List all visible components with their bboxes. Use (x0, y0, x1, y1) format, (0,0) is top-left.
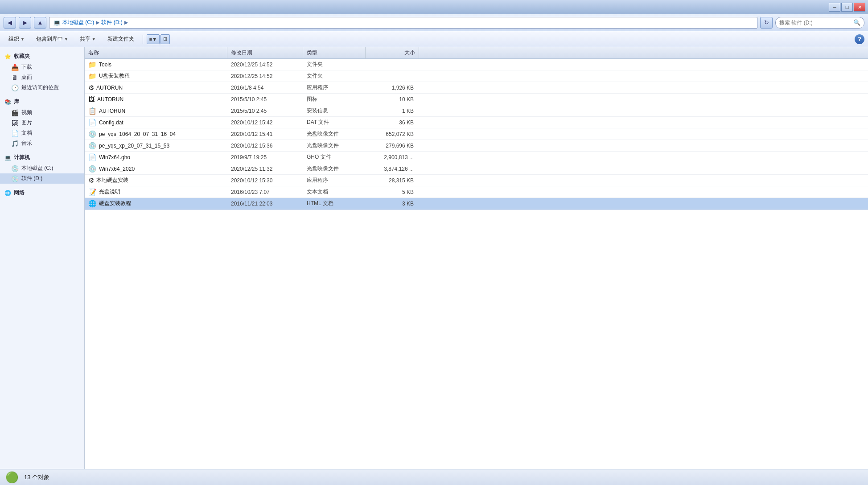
column-header-date[interactable]: 修改日期 (227, 47, 303, 58)
sidebar-item-video[interactable]: 🎬 视频 (0, 107, 84, 118)
preview-pane-button[interactable]: ⊞ (160, 34, 170, 44)
maximize-button[interactable]: □ (841, 3, 853, 12)
file-name-cell: 🖼 AUTORUN (85, 95, 227, 103)
file-icon: 📁 (88, 72, 97, 80)
column-header-size[interactable]: 大小 (366, 47, 419, 58)
sidebar-item-documents[interactable]: 📄 文档 (0, 128, 84, 138)
content-area: 名称 修改日期 类型 大小 📁 Tools 2020/12/25 14:52 文… (85, 47, 868, 469)
table-row[interactable]: 📄 Config.dat 2020/10/12 15:42 DAT 文件 36 … (85, 117, 868, 128)
close-button[interactable]: ✕ (854, 3, 865, 12)
address-path[interactable]: 💻 本地磁盘 (C:) ▶ 软件 (D:) ▶ (49, 17, 757, 29)
address-bar: ◀ ▶ ▲ 💻 本地磁盘 (C:) ▶ 软件 (D:) ▶ ↻ 🔍 (0, 14, 868, 31)
file-icon: 📄 (88, 119, 97, 127)
file-date-cell: 2020/12/25 14:52 (227, 73, 303, 79)
file-name-label: pe_yqs_1064_20_07_31_16_04 (99, 131, 176, 137)
favorites-header[interactable]: ⭐ 收藏夹 (0, 51, 84, 62)
file-size-cell: 3,874,126 ... (366, 166, 419, 172)
toolbar: 组织 ▼ 包含到库中 ▼ 共享 ▼ 新建文件夹 ≡▼ ⊞ ? (0, 31, 868, 47)
computer-header[interactable]: 💻 计算机 (0, 152, 84, 163)
file-name-label: AUTORUN (96, 85, 123, 91)
file-name-label: 光盘说明 (99, 188, 120, 196)
minimize-button[interactable]: ─ (829, 3, 840, 12)
status-text: 13 个对象 (24, 473, 49, 481)
file-type-cell: 文件夹 (303, 72, 366, 80)
download-icon: 📥 (11, 64, 19, 71)
table-row[interactable]: ⚙ AUTORUN 2016/1/8 4:54 应用程序 1,926 KB (85, 82, 868, 94)
path-part-drive: 软件 (D:) (101, 19, 122, 26)
sidebar-item-download[interactable]: 📥 下载 (0, 62, 84, 72)
table-row[interactable]: 💿 pe_yqs_1064_20_07_31_16_04 2020/10/12 … (85, 128, 868, 140)
file-icon: 💿 (88, 165, 97, 173)
file-name-cell: 📝 光盘说明 (85, 188, 227, 196)
window-controls: ─ □ ✕ (829, 3, 865, 12)
file-size-cell: 652,072 KB (366, 131, 419, 137)
new-folder-button[interactable]: 新建文件夹 (103, 33, 139, 45)
file-name-label: AUTORUN (99, 108, 125, 114)
file-name-cell: 📁 U盘安装教程 (85, 72, 227, 80)
file-icon: 📝 (88, 188, 97, 196)
column-header-type[interactable]: 类型 (303, 47, 366, 58)
network-icon: 🌐 (4, 190, 11, 196)
table-row[interactable]: ⚙ 本地硬盘安装 2020/10/12 15:30 应用程序 28,315 KB (85, 175, 868, 186)
organize-button[interactable]: 组织 ▼ (4, 33, 29, 45)
file-date-cell: 2016/11/21 22:03 (227, 201, 303, 207)
file-date-cell: 2020/10/12 15:42 (227, 119, 303, 126)
sidebar: ⭐ 收藏夹 📥 下载 🖥 桌面 🕐 最近访问的位置 📚 库 � (0, 47, 85, 469)
file-type-cell: GHO 文件 (303, 153, 366, 161)
sidebar-item-d-drive[interactable]: 💿 软件 (D:) (0, 173, 84, 184)
include-library-button[interactable]: 包含到库中 ▼ (31, 33, 73, 45)
file-size-cell: 1,926 KB (366, 85, 419, 91)
table-row[interactable]: 📋 AUTORUN 2015/5/10 2:45 安装信息 1 KB (85, 105, 868, 117)
help-button[interactable]: ? (855, 34, 864, 44)
back-button[interactable]: ◀ (4, 17, 16, 29)
d-drive-icon: 💿 (11, 175, 19, 182)
status-bar: 🟢 13 个对象 (0, 469, 868, 485)
table-row[interactable]: 📄 Win7x64.gho 2019/9/7 19:25 GHO 文件 2,90… (85, 152, 868, 163)
path-separator-1: ▶ (96, 20, 99, 25)
c-drive-icon: 💿 (11, 165, 19, 172)
file-icon: 🌐 (88, 200, 97, 208)
up-button[interactable]: ▲ (34, 17, 46, 29)
sidebar-item-c-drive[interactable]: 💿 本地磁盘 (C:) (0, 163, 84, 173)
column-header-name[interactable]: 名称 (85, 47, 227, 58)
sidebar-item-pictures[interactable]: 🖼 图片 (0, 118, 84, 128)
favorites-star-icon: ⭐ (4, 53, 11, 60)
network-header[interactable]: 🌐 网络 (0, 187, 84, 198)
status-icon: 🟢 (5, 471, 19, 484)
file-type-cell: 光盘映像文件 (303, 130, 366, 138)
table-row[interactable]: 📝 光盘说明 2016/10/23 7:07 文本文档 5 KB (85, 186, 868, 198)
sidebar-item-desktop[interactable]: 🖥 桌面 (0, 72, 84, 82)
table-row[interactable]: 🌐 硬盘安装教程 2016/11/21 22:03 HTML 文档 3 KB (85, 198, 868, 210)
file-type-cell: 文件夹 (303, 61, 366, 68)
table-row[interactable]: 💿 Win7x64_2020 2020/12/25 11:32 光盘映像文件 3… (85, 163, 868, 175)
table-row[interactable]: 💿 pe_yqs_xp_20_07_31_15_53 2020/10/12 15… (85, 140, 868, 152)
file-icon: 📋 (88, 107, 97, 115)
search-box[interactable]: 🔍 (775, 17, 864, 29)
file-name-label: Win7x64.gho (99, 154, 130, 160)
file-icon: 📁 (88, 61, 97, 69)
file-icon: 🖼 (88, 95, 95, 103)
file-date-cell: 2020/12/25 11:32 (227, 166, 303, 172)
table-row[interactable]: 🖼 AUTORUN 2015/5/10 2:45 图标 10 KB (85, 94, 868, 105)
documents-icon: 📄 (11, 130, 19, 137)
file-name-cell: 📄 Win7x64.gho (85, 153, 227, 161)
path-separator-2: ▶ (124, 20, 128, 25)
sidebar-item-music[interactable]: 🎵 音乐 (0, 138, 84, 148)
refresh-button[interactable]: ↻ (760, 17, 773, 29)
file-name-cell: 💿 pe_yqs_xp_20_07_31_15_53 (85, 142, 227, 150)
library-header[interactable]: 📚 库 (0, 96, 84, 107)
sidebar-item-recent[interactable]: 🕐 最近访问的位置 (0, 82, 84, 93)
search-icon: 🔍 (853, 19, 860, 26)
file-type-cell: 应用程序 (303, 84, 366, 91)
library-section: 📚 库 🎬 视频 🖼 图片 📄 文档 🎵 音乐 (0, 96, 84, 148)
computer-sidebar-icon: 💻 (4, 155, 11, 161)
table-row[interactable]: 📁 Tools 2020/12/25 14:52 文件夹 (85, 59, 868, 70)
file-date-cell: 2020/10/12 15:41 (227, 131, 303, 137)
view-options-button[interactable]: ≡▼ (147, 34, 160, 44)
search-input[interactable] (779, 20, 852, 26)
file-date-cell: 2016/1/8 4:54 (227, 85, 303, 91)
table-row[interactable]: 📁 U盘安装教程 2020/12/25 14:52 文件夹 (85, 70, 868, 82)
file-icon: ⚙ (88, 84, 94, 92)
share-button[interactable]: 共享 ▼ (75, 33, 101, 45)
forward-button[interactable]: ▶ (19, 17, 31, 29)
